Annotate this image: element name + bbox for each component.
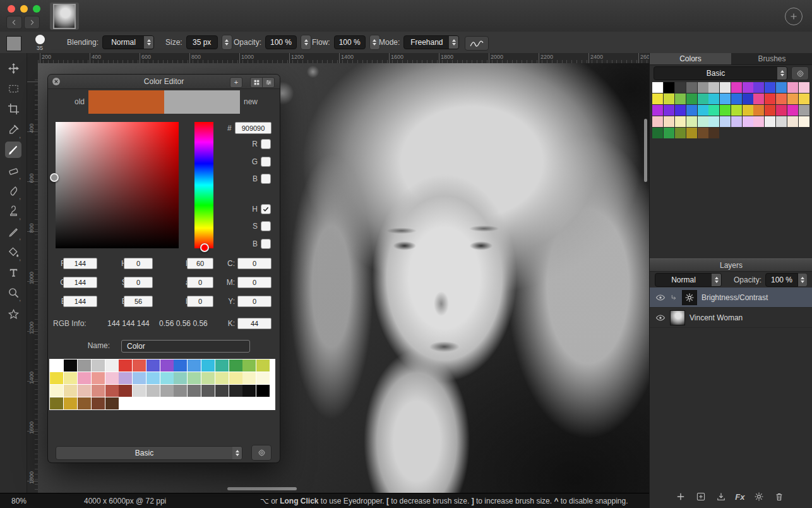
- color-swatch[interactable]: [731, 82, 742, 93]
- color-swatch[interactable]: [799, 94, 809, 104]
- color-swatch[interactable]: [92, 360, 105, 372]
- k-field[interactable]: 44: [237, 318, 272, 329]
- value-field[interactable]: 144: [63, 296, 97, 307]
- color-swatch[interactable]: [242, 372, 256, 384]
- add-group-button[interactable]: [695, 491, 707, 502]
- color-swatch[interactable]: [160, 372, 174, 384]
- color-swatch[interactable]: [256, 397, 270, 409]
- brush-preview[interactable]: 35: [32, 33, 48, 52]
- layer-thumbnail[interactable]: [670, 310, 685, 325]
- color-well[interactable]: [6, 36, 21, 51]
- color-swatch[interactable]: [201, 397, 215, 409]
- color-swatch[interactable]: [256, 360, 270, 372]
- color-swatch[interactable]: [256, 385, 270, 397]
- color-swatch[interactable]: [229, 397, 242, 409]
- color-swatch[interactable]: [753, 82, 764, 93]
- color-swatch[interactable]: [78, 372, 91, 384]
- color-swatch[interactable]: [146, 385, 160, 397]
- value-field[interactable]: 144: [63, 258, 97, 269]
- color-swatch[interactable]: [174, 397, 187, 409]
- value-field[interactable]: 56: [124, 296, 153, 307]
- color-swatch[interactable]: [119, 385, 132, 397]
- color-swatch[interactable]: [686, 82, 697, 93]
- color-swatch[interactable]: [78, 360, 91, 372]
- color-swatch[interactable]: [720, 94, 731, 104]
- back-button[interactable]: [6, 16, 22, 29]
- color-swatch[interactable]: [708, 105, 719, 116]
- color-swatch[interactable]: [698, 94, 708, 104]
- color-swatch[interactable]: [50, 385, 63, 397]
- palette-select-footer[interactable]: Basic: [56, 446, 241, 460]
- color-swatch[interactable]: [698, 105, 708, 116]
- sb-picker-handle[interactable]: [50, 173, 59, 182]
- color-swatch[interactable]: [765, 94, 775, 104]
- color-swatch[interactable]: [698, 82, 708, 93]
- color-swatch[interactable]: [50, 372, 63, 384]
- color-swatch[interactable]: [799, 82, 809, 93]
- layer-thumbnail[interactable]: [682, 290, 697, 305]
- color-swatch[interactable]: [160, 360, 174, 372]
- color-swatch[interactable]: [776, 105, 787, 116]
- color-swatch[interactable]: [174, 360, 187, 372]
- color-swatch[interactable]: [215, 397, 229, 409]
- color-swatch[interactable]: [765, 105, 775, 116]
- color-swatch[interactable]: [720, 116, 731, 127]
- crop-tool[interactable]: [5, 100, 21, 117]
- layer-row[interactable]: Brightness/Contrast: [650, 287, 812, 308]
- stroke-preview-button[interactable]: [465, 36, 489, 51]
- opacity-stepper[interactable]: [301, 35, 311, 50]
- color-swatch[interactable]: [188, 385, 201, 397]
- color-swatch[interactable]: [731, 105, 742, 116]
- color-swatch[interactable]: [787, 94, 798, 104]
- color-swatch[interactable]: [229, 385, 242, 397]
- color-swatch[interactable]: [92, 372, 105, 384]
- tab-brushes[interactable]: Brushes: [731, 53, 812, 64]
- sliders-view-button[interactable]: [262, 77, 275, 88]
- size-stepper[interactable]: [222, 35, 232, 50]
- color-swatch[interactable]: [708, 116, 719, 127]
- color-swatch[interactable]: [146, 360, 160, 372]
- color-swatch[interactable]: [664, 128, 674, 138]
- zoom-level[interactable]: 80%: [11, 497, 27, 505]
- channel-checkbox-s-4[interactable]: [261, 221, 271, 231]
- color-swatch[interactable]: [731, 94, 742, 104]
- document-tab[interactable]: [50, 3, 79, 30]
- channel-checkbox-h-3[interactable]: [261, 204, 271, 214]
- value-field[interactable]: 0: [237, 258, 272, 269]
- zoom-window-button[interactable]: [33, 5, 40, 13]
- color-swatch[interactable]: [675, 82, 686, 93]
- color-swatch[interactable]: [720, 82, 731, 93]
- size-field[interactable]: 35 px: [186, 35, 218, 49]
- clone-tool[interactable]: ,: [5, 203, 21, 219]
- saturation-brightness-picker[interactable]: [56, 122, 179, 248]
- value-field[interactable]: 60: [187, 258, 213, 269]
- color-swatch[interactable]: [708, 128, 719, 138]
- color-swatch[interactable]: [765, 82, 775, 93]
- delete-layer-button[interactable]: [773, 491, 785, 502]
- move-tool[interactable]: [5, 60, 21, 76]
- color-swatch[interactable]: [201, 360, 215, 372]
- color-swatch[interactable]: [50, 397, 63, 409]
- color-swatch[interactable]: [188, 397, 201, 409]
- color-swatch[interactable]: [64, 385, 77, 397]
- smudge-tool[interactable]: ,: [5, 183, 21, 199]
- color-swatch[interactable]: [174, 372, 187, 384]
- flow-field[interactable]: 100 %: [334, 35, 366, 49]
- value-field[interactable]: 0: [187, 296, 213, 307]
- layer-opacity-stepper[interactable]: [798, 273, 808, 287]
- color-swatch[interactable]: [119, 397, 132, 409]
- color-swatch[interactable]: [64, 360, 77, 372]
- grid-view-button[interactable]: [250, 77, 263, 88]
- add-swatch-button[interactable]: +: [230, 77, 242, 88]
- value-field[interactable]: 0: [237, 277, 272, 288]
- minimize-window-button[interactable]: [20, 5, 28, 13]
- color-swatch[interactable]: [652, 94, 663, 104]
- mode-select[interactable]: Freehand: [403, 35, 459, 49]
- color-swatch[interactable]: [652, 82, 663, 93]
- color-swatch[interactable]: [675, 94, 686, 104]
- color-swatch[interactable]: [50, 360, 63, 372]
- visibility-eye-icon[interactable]: [655, 313, 666, 323]
- color-swatch[interactable]: [675, 116, 686, 127]
- hue-slider[interactable]: [194, 122, 213, 248]
- zoom-tool[interactable]: ,: [5, 284, 21, 301]
